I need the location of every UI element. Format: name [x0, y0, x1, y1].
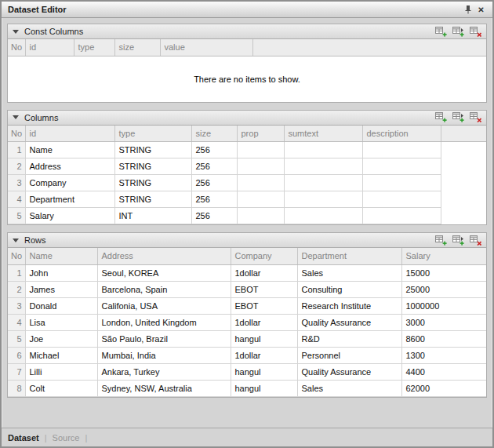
- row-number-cell[interactable]: 4: [8, 314, 25, 330]
- delete-row-button[interactable]: [468, 235, 482, 246]
- cell-department[interactable]: Consulting: [297, 281, 401, 297]
- column-header-address[interactable]: Address: [97, 248, 231, 264]
- cell-name[interactable]: Lilli: [25, 363, 97, 380]
- cell-address[interactable]: London, United Kingdom: [97, 314, 231, 330]
- cell-type[interactable]: INT: [114, 208, 191, 224]
- column-header-id[interactable]: id: [25, 39, 74, 56]
- cell-name[interactable]: Donald: [25, 297, 97, 314]
- cell-address[interactable]: Seoul, KOREA: [97, 264, 231, 281]
- cell-salary[interactable]: 1000000: [401, 297, 486, 314]
- insert-row-button[interactable]: [451, 26, 465, 38]
- cell-name[interactable]: James: [25, 281, 97, 297]
- cell-name[interactable]: Lisa: [25, 314, 97, 330]
- row-number-cell[interactable]: 2: [8, 158, 25, 175]
- column-header-size[interactable]: size: [191, 126, 237, 142]
- cell-salary[interactable]: 3000: [401, 314, 486, 330]
- column-header-size[interactable]: size: [114, 39, 160, 56]
- cell-address[interactable]: São Paulo, Brazil: [97, 330, 231, 347]
- cell-company[interactable]: hangul: [231, 330, 297, 347]
- cell-address[interactable]: Sydney, NSW, Australia: [97, 380, 231, 396]
- row-number-cell[interactable]: 1: [8, 142, 25, 158]
- cell-id[interactable]: Company: [25, 175, 114, 191]
- cell-address[interactable]: Mumbai, India: [97, 347, 231, 363]
- cell-prop[interactable]: [237, 208, 284, 224]
- cell-salary[interactable]: 8600: [401, 330, 486, 347]
- column-header-no[interactable]: No: [8, 248, 25, 264]
- cell-id[interactable]: Salary: [25, 208, 114, 224]
- cell-salary[interactable]: 4400: [401, 363, 486, 380]
- cell-description[interactable]: [362, 208, 441, 224]
- add-row-button[interactable]: [434, 111, 448, 123]
- cell-company[interactable]: EBOT: [231, 281, 297, 297]
- cell-sumtext[interactable]: [284, 208, 362, 224]
- cell-type[interactable]: STRING: [114, 158, 191, 175]
- close-button[interactable]: ✕: [474, 4, 488, 16]
- cell-sumtext[interactable]: [284, 175, 362, 191]
- add-row-button[interactable]: [434, 235, 448, 246]
- cell-description[interactable]: [362, 158, 441, 175]
- delete-row-button[interactable]: [468, 26, 482, 38]
- add-row-button[interactable]: [434, 26, 448, 38]
- delete-row-button[interactable]: [468, 111, 482, 123]
- cell-department[interactable]: Personnel: [297, 347, 401, 363]
- cell-company[interactable]: 1dollar: [231, 314, 297, 330]
- column-header-name[interactable]: Name: [25, 248, 97, 264]
- cell-id[interactable]: Department: [25, 191, 114, 208]
- cell-salary[interactable]: 25000: [401, 281, 486, 297]
- row-number-cell[interactable]: 1: [8, 264, 25, 281]
- tab-dataset[interactable]: Dataset: [8, 433, 39, 443]
- cell-address[interactable]: Ankara, Turkey: [97, 363, 231, 380]
- row-number-cell[interactable]: 3: [8, 297, 25, 314]
- column-header-no[interactable]: No: [8, 39, 25, 56]
- pin-button[interactable]: [461, 4, 474, 16]
- cell-name[interactable]: John: [25, 264, 97, 281]
- column-header-value[interactable]: value: [160, 39, 252, 56]
- cell-address[interactable]: Barcelona, Spain: [97, 281, 231, 297]
- cell-department[interactable]: Quality Assurance: [297, 314, 401, 330]
- cell-address[interactable]: Califonia, USA: [97, 297, 231, 314]
- cell-type[interactable]: STRING: [114, 175, 191, 191]
- cell-size[interactable]: 256: [191, 208, 237, 224]
- column-header-id[interactable]: id: [25, 126, 114, 142]
- columns-section-header[interactable]: Columns: [7, 110, 487, 126]
- cell-company[interactable]: 1dollar: [231, 264, 297, 281]
- row-number-cell[interactable]: 4: [8, 191, 25, 208]
- cell-department[interactable]: Sales: [297, 264, 401, 281]
- column-header-department[interactable]: Department: [297, 248, 401, 264]
- const-columns-section-header[interactable]: Const Columns: [7, 24, 487, 39]
- cell-salary[interactable]: 1300: [401, 347, 486, 363]
- row-number-cell[interactable]: 2: [8, 281, 25, 297]
- insert-row-button[interactable]: [451, 235, 465, 246]
- cell-prop[interactable]: [237, 158, 284, 175]
- row-number-cell[interactable]: 7: [8, 363, 25, 380]
- column-header-description[interactable]: description: [362, 126, 441, 142]
- cell-size[interactable]: 256: [191, 191, 237, 208]
- cell-id[interactable]: Address: [25, 158, 114, 175]
- cell-department[interactable]: Quality Assurance: [297, 363, 401, 380]
- column-header-type[interactable]: type: [74, 39, 114, 56]
- cell-company[interactable]: hangul: [231, 363, 297, 380]
- cell-type[interactable]: STRING: [114, 191, 191, 208]
- cell-salary[interactable]: 62000: [401, 380, 486, 396]
- cell-sumtext[interactable]: [284, 142, 362, 158]
- cell-prop[interactable]: [237, 142, 284, 158]
- rows-section-header[interactable]: Rows: [7, 232, 487, 248]
- column-header-type[interactable]: type: [114, 126, 191, 142]
- cell-size[interactable]: 256: [191, 175, 237, 191]
- cell-type[interactable]: STRING: [114, 142, 191, 158]
- row-number-cell[interactable]: 3: [8, 175, 25, 191]
- cell-description[interactable]: [362, 142, 441, 158]
- row-number-cell[interactable]: 8: [8, 380, 25, 396]
- tab-source[interactable]: Source: [53, 433, 80, 443]
- cell-sumtext[interactable]: [284, 158, 362, 175]
- row-number-cell[interactable]: 5: [8, 330, 25, 347]
- insert-row-button[interactable]: [451, 111, 465, 123]
- column-header-prop[interactable]: prop: [237, 126, 284, 142]
- cell-sumtext[interactable]: [284, 191, 362, 208]
- cell-name[interactable]: Joe: [25, 330, 97, 347]
- cell-company[interactable]: 1dollar: [231, 347, 297, 363]
- cell-company[interactable]: hangul: [231, 380, 297, 396]
- row-number-cell[interactable]: 6: [8, 347, 25, 363]
- column-header-salary[interactable]: Salary: [401, 248, 486, 264]
- cell-description[interactable]: [362, 175, 441, 191]
